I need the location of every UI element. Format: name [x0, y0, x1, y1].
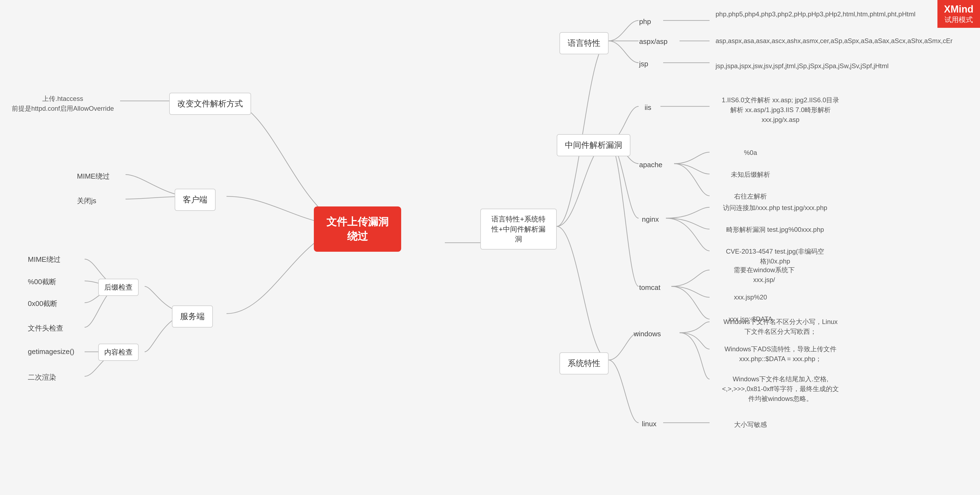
node-tomcat: tomcat: [633, 279, 667, 296]
xmind-subtitle: 试用模式: [944, 15, 974, 25]
win-3-label: Windows下文件名结尾加入.空格,<,>,>>>,0x81-0xff等字符，…: [715, 370, 846, 408]
apache-label: apache: [633, 157, 668, 173]
node-apache: apache: [633, 157, 668, 173]
second-render-label: 二次渲染: [22, 369, 62, 386]
header-check-label: 文件头检查: [22, 320, 69, 337]
leaf-aspx-ext: asp,aspx,asa,asax,ascx,ashx,asmx,cer,aSp…: [710, 32, 840, 50]
mime-client-label: MIME绕过: [71, 168, 116, 185]
win-2-label: Windows下ADS流特性，导致上传文件xxx.php::$DATA = xx…: [715, 340, 846, 368]
node-change-parse: 改变文件解析方式: [169, 93, 251, 115]
leaf-header-check: 文件头检查: [22, 320, 69, 337]
jsp-label: jsp: [633, 56, 654, 72]
win-1-label: Windows下文件名不区分大小写，Linux下文件名区分大写欧西；: [715, 313, 846, 340]
leaf-htaccess: 上传.htaccess前提是httpd.conf启用AllowOverride: [5, 90, 120, 117]
right-parent-label: 语言特性+系统特性+中间件解析漏洞: [480, 209, 557, 249]
htaccess-label: 上传.htaccess前提是httpd.conf启用AllowOverride: [6, 90, 120, 117]
server-label: 服务端: [172, 305, 213, 328]
leaf-tomcat-2: xxx.jsp%20: [710, 289, 791, 306]
leaf-jsp-ext: jsp,jspa,jspx,jsw,jsv,jspf,jtml,jSp,jSpx…: [710, 57, 840, 75]
lang-feat-label: 语言特性: [560, 32, 609, 54]
center-node: 文件上传漏洞绕过: [311, 211, 404, 247]
linux-label: linux: [636, 416, 662, 432]
tomcat-2-label: xxx.jsp%20: [728, 289, 773, 306]
post-check-label: 后缀检查: [98, 279, 138, 296]
leaf-linux: 大小写敏感: [710, 416, 791, 433]
center-label: 文件上传漏洞绕过: [314, 206, 401, 252]
00-truncate-label: %00截断: [22, 273, 62, 290]
right-parent-node: 语言特性+系统特性+中间件解析漏洞: [480, 216, 557, 243]
getimagesize-label: getimagesize(): [22, 344, 81, 360]
middleware-label: 中间件解析漏洞: [557, 134, 630, 156]
linux-label-leaf: 大小写敏感: [728, 416, 773, 433]
iis-label: iis: [639, 100, 657, 116]
node-server: 服务端: [172, 305, 213, 328]
change-parse-label: 改变文件解析方式: [169, 93, 251, 115]
node-content-check: 内容检查: [98, 344, 138, 361]
leaf-iis-detail: 1.IIS6.0文件解析 xx.asp; jpg2.IIS6.0目录解析 xx.…: [710, 91, 851, 129]
leaf-apache-0a: %0a: [710, 144, 791, 162]
leaf-win-3: Windows下文件名结尾加入.空格,<,>,>>>,0x81-0xff等字符，…: [710, 370, 851, 408]
node-jsp: jsp: [633, 56, 654, 72]
leaf-win-1: Windows下文件名不区分大小写，Linux下文件名区分大写欧西；: [710, 313, 851, 340]
aspx-label: aspx/asp: [633, 33, 673, 50]
php-label: php: [633, 14, 657, 30]
nginx-1-label: 访问连接加/xxx.php test.jpg/xxx.php: [717, 199, 834, 217]
mime-server-label: MIME绕过: [22, 251, 67, 268]
apache-unknown-label: 未知后缀解析: [725, 166, 776, 183]
xmind-badge: XMind 试用模式: [937, 0, 980, 28]
aspx-ext-label: asp,aspx,asa,asax,ascx,ashx,asmx,cer,aSp…: [710, 32, 840, 50]
nginx-label: nginx: [636, 211, 665, 227]
node-lang-feat: 语言特性: [560, 32, 609, 54]
node-middleware: 中间件解析漏洞: [557, 134, 630, 156]
leaf-tomcat-1: 需要在window系统下xxx.jsp/: [710, 261, 819, 289]
iis-detail-label: 1.IIS6.0文件解析 xx.asp; jpg2.IIS6.0目录解析 xx.…: [715, 91, 846, 129]
0x00-truncate-label: 0x00截断: [22, 295, 63, 312]
leaf-nginx-2: 畸形解析漏洞 test.jpg%00xxx.php: [710, 221, 840, 238]
apache-0a-label: %0a: [738, 144, 763, 162]
leaf-mime-client: MIME绕过: [71, 168, 116, 185]
leaf-00-truncate: %00截断: [22, 273, 62, 290]
node-linux: linux: [636, 416, 662, 432]
leaf-0x00-truncate: 0x00截断: [22, 295, 63, 312]
jsp-ext-label: jsp,jspa,jspx,jsw,jsv,jspf,jtml,jSp,jSpx…: [710, 57, 840, 75]
node-aspx: aspx/asp: [633, 33, 673, 50]
client-label: 客户端: [175, 189, 216, 211]
mindmap-container: 文件上传漏洞绕过 语言特性+系统特性+中间件解析漏洞 改变文件解析方式 客户端 …: [0, 0, 980, 495]
leaf-win-2: Windows下ADS流特性，导致上传文件xxx.php::$DATA = xx…: [710, 340, 851, 368]
nginx-2-label: 畸形解析漏洞 test.jpg%00xxx.php: [720, 221, 830, 238]
leaf-closejs: 关闭js: [71, 192, 102, 209]
node-nginx: nginx: [636, 211, 665, 227]
leaf-second-render: 二次渲染: [22, 369, 62, 386]
xmind-title: XMind: [944, 3, 974, 15]
tomcat-label: tomcat: [633, 279, 667, 296]
leaf-nginx-1: 访问连接加/xxx.php test.jpg/xxx.php: [710, 199, 840, 217]
node-iis: iis: [639, 100, 657, 116]
leaf-mime-server: MIME绕过: [22, 251, 67, 268]
leaf-php-ext: php,php5,php4,php3,php2,pHp,pHp3,pHp2,ht…: [710, 5, 840, 23]
content-check-label: 内容检查: [98, 344, 138, 361]
windows-label: windows: [628, 326, 667, 342]
node-windows: windows: [628, 326, 667, 342]
leaf-apache-unknown: 未知后缀解析: [710, 166, 791, 183]
leaf-getimagesize: getimagesize(): [22, 344, 81, 360]
node-sys-feat: 系统特性: [560, 352, 609, 374]
tomcat-1-label: 需要在window系统下xxx.jsp/: [727, 261, 801, 289]
sys-feat-label: 系统特性: [560, 352, 609, 374]
php-ext-label: php,php5,php4,php3,php2,pHp,pHp3,pHp2,ht…: [710, 5, 840, 23]
closejs-label: 关闭js: [71, 192, 102, 209]
node-client: 客户端: [175, 189, 216, 211]
node-php: php: [633, 14, 657, 30]
node-post-check: 后缀检查: [98, 279, 138, 296]
